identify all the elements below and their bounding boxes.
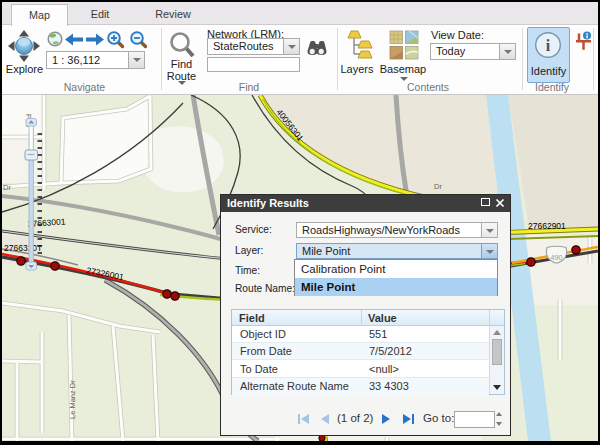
svg-text:490: 490: [551, 253, 563, 262]
svg-text:Le Manz Dr: Le Manz Dr: [68, 380, 77, 419]
svg-text:Dr: Dr: [434, 182, 442, 191]
svg-text:27662901: 27662901: [528, 221, 566, 231]
svg-text:Dr: Dr: [3, 183, 11, 192]
svg-text:i: i: [546, 37, 551, 54]
svg-text:2766310T: 2766310T: [4, 243, 42, 253]
